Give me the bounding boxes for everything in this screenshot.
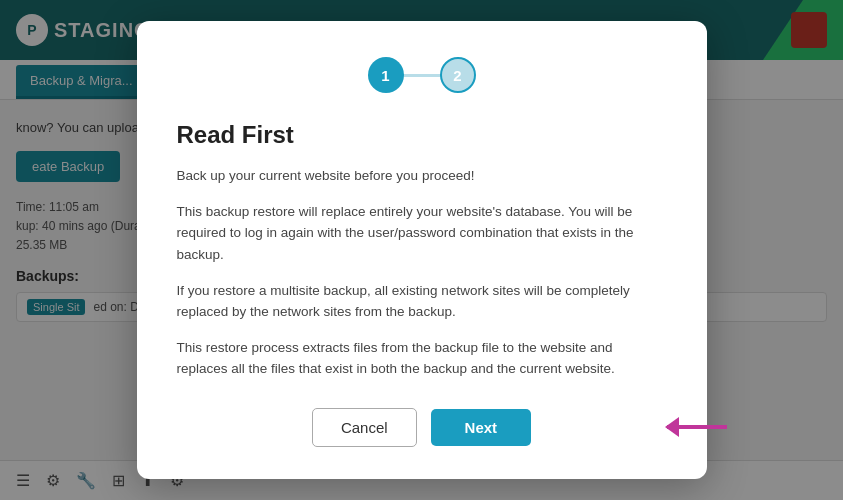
modal-para-2: This backup restore will replace entirel…: [177, 201, 667, 266]
modal-title: Read First: [177, 121, 667, 149]
step-line: [402, 74, 442, 77]
next-arrow: [667, 425, 727, 429]
next-button[interactable]: Next: [431, 409, 532, 446]
arrow-head: [665, 417, 679, 437]
step-indicator: 1 2: [177, 57, 667, 93]
step-1-circle: 1: [368, 57, 404, 93]
modal-buttons: Cancel Next: [177, 408, 667, 447]
modal-para-4: This restore process extracts files from…: [177, 337, 667, 380]
cancel-button[interactable]: Cancel: [312, 408, 417, 447]
modal-para-3: If you restore a multisite backup, all e…: [177, 280, 667, 323]
modal-dialog: 1 2 Read First Back up your current webs…: [137, 21, 707, 479]
step-2-circle: 2: [440, 57, 476, 93]
modal-body: Back up your current website before you …: [177, 165, 667, 380]
modal-para-1: Back up your current website before you …: [177, 165, 667, 187]
modal-overlay: 1 2 Read First Back up your current webs…: [0, 0, 843, 500]
